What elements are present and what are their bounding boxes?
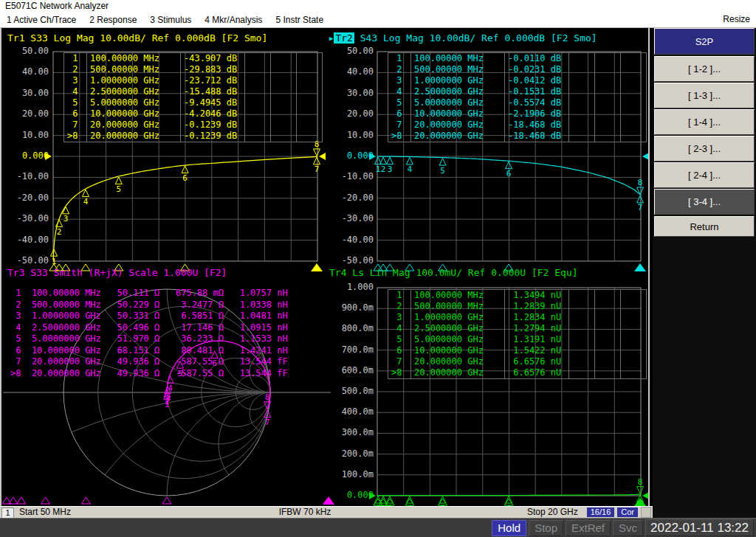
- table-cell: -2.1906 dB: [505, 108, 569, 119]
- menu-item-5[interactable]: 5 Instr State: [269, 15, 330, 25]
- y-axis-tick: 30.00: [0, 88, 49, 98]
- active-marker-axis[interactable]: [634, 263, 646, 271]
- softkey-button-6[interactable]: [ 3-4 ]...: [654, 189, 755, 215]
- menu-item-3[interactable]: 3 Stimulus: [143, 15, 198, 25]
- table-cell: 500.00000 MHz: [411, 64, 505, 75]
- table-row: 3 1.0000000 GHz 50.331 Ω 6.5851 Ω 1.0481…: [10, 311, 288, 322]
- table-cell: [569, 53, 595, 65]
- table-cell: -0.1239 dB: [181, 131, 245, 142]
- trace-name[interactable]: Tr1: [7, 32, 24, 44]
- table-cell: [621, 356, 647, 367]
- menu-item-2[interactable]: 2 Response: [83, 15, 143, 25]
- svc-indicator: Svc: [613, 520, 643, 536]
- table-cell: [595, 345, 621, 356]
- table-cell: 2.5000000 GHz: [411, 323, 505, 334]
- y-axis-tick: 800.0m: [325, 323, 374, 333]
- y-axis-tick: 0.000: [325, 490, 374, 500]
- table-cell: [569, 290, 595, 302]
- table-cell: [271, 53, 297, 65]
- marker-glyph[interactable]: [637, 195, 644, 203]
- marker-glyph[interactable]: [387, 157, 394, 164]
- table-cell: [569, 108, 595, 119]
- active-marker-axis[interactable]: [311, 263, 323, 271]
- marker-glyph[interactable]: [637, 187, 644, 195]
- trace-format-text: S33 Log Mag 10.00dB/ Ref 0.000dB [F2 Smo…: [24, 32, 267, 44]
- table-cell: 10.000000 GHz: [87, 108, 181, 119]
- trace-name[interactable]: Tr4: [329, 267, 346, 278]
- table-cell: [297, 64, 323, 75]
- marker-glyph[interactable]: [314, 157, 320, 164]
- table-cell: [595, 312, 621, 323]
- trace-format-text: S43 Log Mag 10.00dB/ Ref 0.000dB [F2 Smo…: [354, 32, 597, 44]
- marker-glyph[interactable]: [637, 487, 644, 494]
- marker-label: 5: [117, 184, 122, 194]
- table-cell: >8: [388, 131, 411, 142]
- table-cell: [297, 131, 323, 142]
- table-cell: [245, 131, 271, 142]
- trace3-marker-table: 1 100.00000 MHz 50.111 Ω 675.88 mΩ 1.075…: [10, 288, 288, 379]
- y-axis-tick: 50.00: [325, 46, 374, 56]
- table-row: 1100.00000 MHz-0.0110 dB: [388, 53, 647, 65]
- marker-axis[interactable]: [17, 497, 26, 504]
- table-row: 31.0000000 GHz 1.2834 nU: [388, 312, 647, 323]
- table-cell: [595, 75, 621, 86]
- table-cell: [297, 97, 323, 108]
- softkey-button-4[interactable]: [ 2-3 ]...: [654, 136, 755, 162]
- table-cell: [271, 119, 297, 131]
- menu-item-1[interactable]: 1 Active Ch/Trace: [0, 15, 83, 25]
- softkey-button-1[interactable]: [ 1-2 ]...: [654, 56, 755, 82]
- trace1-title: Tr1 S33 Log Mag 10.00dB/ Ref 0.000dB [F2…: [7, 32, 267, 44]
- y-axis-tick: -10.00: [325, 171, 374, 181]
- table-cell: 4: [388, 86, 411, 97]
- table-cell: 20.000000 GHz: [87, 131, 181, 142]
- instrument-display: 12345678123456781234567812345678 Tr1 S33…: [0, 28, 653, 518]
- table-cell: [569, 86, 595, 97]
- menu-item-4[interactable]: 4 Mkr/Analysis: [198, 15, 269, 25]
- table-cell: 1: [388, 290, 411, 302]
- resize-button[interactable]: Resize: [723, 14, 750, 24]
- table-cell: [271, 64, 297, 75]
- marker-label: 2: [57, 227, 62, 237]
- trace-name[interactable]: Tr2: [334, 32, 354, 44]
- table-cell: [595, 356, 621, 367]
- table-cell: [569, 75, 595, 86]
- marker-label: 6: [182, 173, 188, 183]
- marker-glyph[interactable]: [115, 177, 122, 184]
- marker-axis[interactable]: [81, 497, 90, 504]
- y-axis-tick: -50.00: [325, 255, 374, 266]
- softkey-button-3[interactable]: [ 1-4 ]...: [654, 109, 755, 135]
- active-marker-axis[interactable]: [634, 498, 646, 506]
- table-cell: 2.5000000 GHz: [87, 86, 181, 97]
- table-row: 55.0000000 GHz-9.4945 dB: [64, 97, 323, 108]
- trace-format-text: Ls Lin Mag 100.0mU/ Ref 0.000U [F2 Equ]: [346, 267, 577, 278]
- trace-name[interactable]: Tr3: [7, 267, 24, 278]
- marker-label: 4: [168, 384, 173, 393]
- marker-label: 2: [381, 164, 386, 174]
- table-row: 610.000000 GHz-4.2046 dB: [64, 108, 323, 119]
- table-cell: 5.0000000 GHz: [411, 334, 505, 345]
- table-cell: [271, 75, 297, 86]
- table-cell: -9.4945 dB: [181, 97, 245, 108]
- marker-glyph[interactable]: [406, 157, 413, 164]
- table-cell: 1.2794 nU: [505, 323, 569, 334]
- marker-axis[interactable]: [41, 497, 50, 504]
- marker-axis[interactable]: [162, 497, 171, 504]
- return-button[interactable]: Return: [654, 216, 755, 237]
- marker-readout-table: 1100.00000 MHz-43.907 dB 2500.00000 MHz-…: [63, 52, 323, 142]
- marker-glyph[interactable]: [314, 149, 320, 156]
- stop-indicator: Stop: [529, 520, 563, 536]
- softkey-button-2[interactable]: [ 1-3 ]...: [654, 83, 755, 108]
- y-axis-tick: 700.0m: [325, 344, 374, 355]
- table-row: 1 100.00000 MHz 50.111 Ω 675.88 mΩ 1.075…: [10, 288, 288, 299]
- table-cell: [595, 301, 621, 312]
- marker-label: 8: [638, 178, 643, 187]
- table-cell: [621, 334, 647, 345]
- softkey-button-5[interactable]: [ 2-4 ]...: [654, 162, 755, 188]
- marker-glyph[interactable]: [439, 159, 446, 166]
- table-cell: >8: [64, 131, 87, 142]
- table-cell: [595, 323, 621, 334]
- y-axis-tick: 200.0m: [325, 448, 374, 459]
- table-cell: 1.0000000 GHz: [87, 75, 181, 86]
- table-cell: [245, 108, 271, 119]
- y-axis-tick: -40.00: [0, 235, 49, 245]
